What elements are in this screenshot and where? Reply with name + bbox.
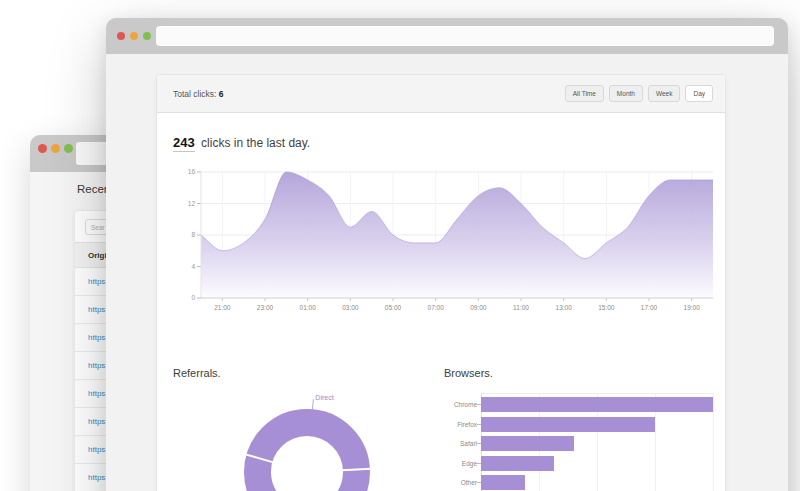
x-axis-label: 07:00 xyxy=(421,304,451,311)
origin-link[interactable]: https: xyxy=(88,305,108,314)
x-axis-label: 13:00 xyxy=(549,304,579,311)
headline: 243 clicks in the last day. xyxy=(173,135,310,150)
main-window-titlebar xyxy=(106,18,788,54)
bar-label-chrome: Chrome xyxy=(407,401,477,408)
filter-button-week[interactable]: Week xyxy=(648,85,681,102)
total-clicks-text: Total clicks: xyxy=(173,89,216,99)
origin-link[interactable]: https: xyxy=(88,277,108,286)
x-axis-label: 01:00 xyxy=(293,304,323,311)
filter-button-month[interactable]: Month xyxy=(609,85,643,102)
bar-tick xyxy=(477,482,481,483)
x-axis-label: 19:00 xyxy=(677,304,707,311)
bar-label-firefox: Firefox xyxy=(407,421,477,428)
card-header: Total clicks: 6 All TimeMonthWeekDay xyxy=(157,75,725,113)
filter-button-day[interactable]: Day xyxy=(685,85,713,102)
clicks-count: 243 xyxy=(173,135,195,152)
bar-plot-border xyxy=(481,393,713,394)
bar-tick xyxy=(477,404,481,405)
page: Recen Origi https:https:https:https:http… xyxy=(0,0,800,491)
close-traffic-light-icon[interactable] xyxy=(117,32,125,40)
bar-tick xyxy=(477,443,481,444)
origin-link[interactable]: https: xyxy=(88,361,108,370)
clicks-dashboard-card: Total clicks: 6 All TimeMonthWeekDay 243… xyxy=(156,74,726,491)
y-axis-label: 8 xyxy=(157,231,195,238)
time-filter-group: All TimeMonthWeekDay xyxy=(565,85,713,102)
bar-label-edge: Edge xyxy=(407,460,477,467)
y-axis-label: 12 xyxy=(157,200,195,207)
origin-link[interactable]: https: xyxy=(88,473,108,482)
bar-other[interactable] xyxy=(481,475,525,490)
maximize-traffic-light-icon[interactable] xyxy=(143,32,151,40)
browsers-bar-chart: ChromeFirefoxSafariEdgeOther xyxy=(157,393,727,491)
bar-label-safari: Safari xyxy=(407,440,477,447)
total-clicks-value: 6 xyxy=(219,89,224,99)
y-axis-label: 16 xyxy=(157,168,195,175)
referrals-heading: Referrals. xyxy=(173,367,221,379)
x-axis-label: 23:00 xyxy=(250,304,280,311)
origin-link[interactable]: https: xyxy=(88,445,108,454)
x-axis-label: 11:00 xyxy=(506,304,536,311)
minimize-traffic-light-icon[interactable] xyxy=(130,32,138,40)
y-axis-label: 0 xyxy=(157,294,195,301)
area-plot xyxy=(201,172,713,298)
maximize-traffic-light-icon[interactable] xyxy=(64,144,73,153)
bar-chrome[interactable] xyxy=(481,397,713,412)
bar-label-other: Other xyxy=(407,479,477,486)
main-browser-window: Total clicks: 6 All TimeMonthWeekDay 243… xyxy=(106,18,788,491)
bar-tick xyxy=(477,463,481,464)
x-axis-label: 17:00 xyxy=(634,304,664,311)
x-axis-label: 05:00 xyxy=(378,304,408,311)
bar-safari[interactable] xyxy=(481,436,574,451)
x-axis-label: 09:00 xyxy=(463,304,493,311)
x-axis-label: 15:00 xyxy=(591,304,621,311)
minimize-traffic-light-icon[interactable] xyxy=(51,144,60,153)
bar-firefox[interactable] xyxy=(481,417,655,432)
filter-button-all-time[interactable]: All Time xyxy=(565,85,604,102)
x-axis-label: 03:00 xyxy=(335,304,365,311)
headline-text: clicks in the last day. xyxy=(201,136,310,150)
url-bar[interactable] xyxy=(156,26,774,46)
x-axis-label: 21:00 xyxy=(207,304,237,311)
origin-link[interactable]: https: xyxy=(88,333,108,342)
origin-link[interactable]: https: xyxy=(88,417,108,426)
close-traffic-light-icon[interactable] xyxy=(38,144,47,153)
clicks-area-chart: 048121621:0023:0001:0003:0005:0007:0009:… xyxy=(157,165,727,325)
browsers-heading: Browsers. xyxy=(444,367,493,379)
bar-gridline xyxy=(713,393,714,491)
total-clicks-label: Total clicks: 6 xyxy=(173,89,224,99)
bar-edge[interactable] xyxy=(481,456,554,471)
y-axis-label: 4 xyxy=(157,263,195,270)
origin-link[interactable]: https: xyxy=(88,389,108,398)
bar-tick xyxy=(477,424,481,425)
